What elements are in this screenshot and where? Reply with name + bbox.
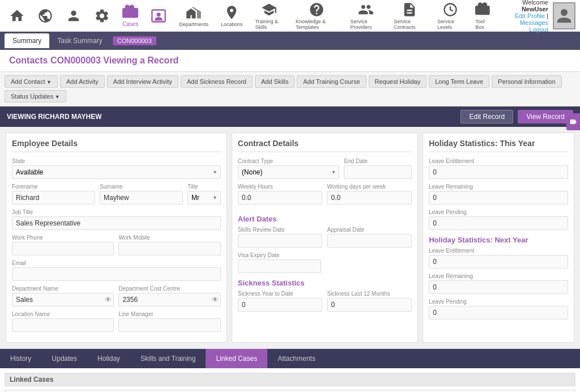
add-skills-button[interactable]: Add Skills [255,75,295,88]
email-input[interactable] [12,267,221,281]
tab-linked-cases[interactable]: Linked Cases [206,349,267,368]
status-updates-button[interactable]: Status Updates [5,90,66,103]
location-name-field: Location Name [12,311,114,332]
email-label: Email [12,260,221,266]
nav-locations[interactable]: Locations [216,2,248,29]
forename-label: Forename [12,184,95,190]
leave-pending-this-year-input[interactable] [429,216,568,230]
work-phone-input[interactable] [12,242,114,255]
nav-person[interactable] [61,6,86,26]
linked-cases-section: Linked Cases Queries and Activities All … [0,368,580,392]
nav-toolbox[interactable]: Tool Box [471,0,496,32]
leave-pending-this-year-field: Leave Pending [429,209,568,230]
employee-details-panel: Employee Details State Available Forenam… [6,133,227,343]
leave-entitlement-next-year-field: Leave Entitlement [429,248,568,269]
view-record-button[interactable]: View Record [518,110,573,123]
leave-entitlement-next-year-input[interactable] [429,255,568,269]
surname-input[interactable] [100,191,183,204]
visa-expiry-field: Visa Expiry Date [238,252,412,273]
nav-departments[interactable]: Departments [174,2,213,29]
tab-updates[interactable]: Updates [41,349,87,368]
skills-review-label: Skills Review Date [238,227,323,233]
edit-record-button[interactable]: Edit Record [460,110,513,123]
nav-contacts[interactable] [146,6,171,26]
nav-service-contracts[interactable]: Service Contracts [389,0,429,32]
sickness-ytd-label: Sickness Year to Date [238,291,323,297]
long-term-leave-button[interactable]: Long Term Leave [429,75,489,88]
leave-remaining-this-year-input[interactable] [429,191,568,204]
personal-info-button[interactable]: Personal Information [492,75,562,88]
edit-profile-link[interactable]: Edit Profile [515,12,545,19]
line-manager-label: Line Manager [118,311,220,317]
nav-knowledge-label: Knowledge & Templates [296,19,338,30]
skills-review-input[interactable] [238,234,323,248]
department-name-eye-icon[interactable]: 👁 [105,296,112,304]
work-mobile-field: Work Mobile [118,235,220,255]
action-bar: Add Contact Add Activity Add Interview A… [0,72,580,106]
title-select[interactable]: Mr [187,191,221,204]
leave-entitlement-this-year-input[interactable] [429,165,568,179]
nav-service-levels[interactable]: Service Levels [433,0,467,32]
nav-cases[interactable]: Cases [118,2,143,29]
work-phone-label: Work Phone [12,235,114,241]
work-mobile-input[interactable] [118,242,220,255]
tab-holiday[interactable]: Holiday [87,349,130,368]
messages-link[interactable]: Messages [520,19,548,26]
add-training-button[interactable]: Add Training Course [297,75,366,88]
sickness-stats-title: Sickness Statistics [238,279,412,287]
dept-cost-centre-input[interactable] [118,293,220,306]
weekly-hours-input[interactable] [238,191,323,204]
sickness-12m-input[interactable] [327,298,412,312]
state-select[interactable]: Available [12,165,221,179]
tab-summary[interactable]: Summary [5,33,49,48]
end-date-input[interactable] [344,165,412,179]
nav-globe[interactable] [33,6,58,26]
nav-training[interactable]: Training & Skills [250,0,288,32]
leave-remaining-this-year-label: Leave Remaining [429,184,568,190]
line-manager-field: Line Manager [118,311,220,332]
linked-cases-toolbar: Queries and Activities All Cases Open Ca… [5,390,575,392]
location-name-input[interactable] [12,318,114,332]
add-activity-button[interactable]: Add Activity [60,75,105,88]
contract-type-select[interactable]: (None) [238,165,340,179]
leave-remaining-next-year-input[interactable] [429,280,568,294]
forename-input[interactable] [12,191,95,204]
nav-settings[interactable] [89,6,114,26]
leave-pending-next-year-input[interactable] [429,306,568,319]
holiday-next-year-title: Holiday Statistics: Next Year [429,236,568,244]
appraisal-date-input[interactable] [327,234,412,248]
dept-cost-centre-eye-icon[interactable]: 👁 [212,296,219,304]
nav-service-providers[interactable]: Service Providers [346,0,386,32]
main-content: Employee Details State Available Forenam… [0,127,580,348]
logout-link[interactable]: Logout [529,26,548,33]
contract-type-field: Contract Type (None) [238,158,340,179]
working-days-input[interactable] [327,191,412,204]
job-title-input[interactable] [12,216,221,230]
tab-history[interactable]: History [0,349,41,368]
department-name-field: Department Name 👁 [12,286,114,306]
tab-attachments[interactable]: Attachments [267,349,326,368]
state-label: State [12,158,221,164]
forename-field: Forename [12,184,95,204]
line-manager-input[interactable] [118,318,220,332]
department-name-label: Department Name [12,286,114,292]
viewing-bar: VIEWING RICHARD MAYHEW Edit Record View … [0,106,580,127]
nav-knowledge[interactable]: Knowledge & Templates [291,0,343,32]
request-holiday-button[interactable]: Request Holiday [369,75,427,88]
sidebar-tag[interactable] [566,113,580,130]
add-sickness-button[interactable]: Add Sickness Record [181,75,253,88]
visa-expiry-input[interactable] [238,259,322,273]
contract-details-title: Contract Details [238,139,412,152]
add-contact-button[interactable]: Add Contact [5,75,58,88]
department-name-input[interactable] [12,293,114,306]
holiday-this-year-title: Holiday Statistics: This Year [429,139,568,152]
tab-task-summary[interactable]: Task Summary [49,33,110,48]
add-interview-button[interactable]: Add Interview Activity [107,75,178,88]
tab-skills-training[interactable]: Skills and Training [130,349,206,368]
nav-home[interactable] [5,6,29,26]
sickness-ytd-input[interactable] [238,298,323,312]
nav-service-contracts-label: Service Contracts [394,19,425,30]
tab-con000003[interactable]: CON000003 [113,36,156,45]
bottom-tabs: History Updates Holiday Skills and Train… [0,349,580,368]
work-phone-field: Work Phone [12,235,114,255]
